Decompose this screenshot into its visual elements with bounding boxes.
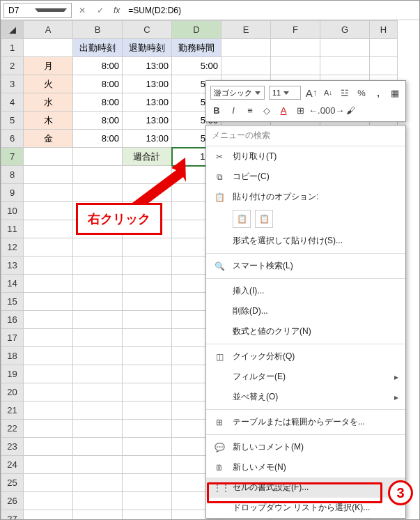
cell[interactable]: 月 <box>24 57 73 75</box>
row-header[interactable]: 11 <box>1 220 24 238</box>
row-header[interactable]: 23 <box>1 438 24 456</box>
format-painter-icon[interactable]: 🖌 <box>344 104 357 116</box>
paste-option-button[interactable]: 📋 <box>233 210 251 228</box>
row-header[interactable]: 15 <box>1 293 24 311</box>
col-header[interactable]: G <box>320 21 370 39</box>
menu-cut[interactable]: ✂切り取り(T) <box>206 146 405 167</box>
font-color-icon[interactable]: A <box>277 104 290 116</box>
row-header[interactable]: 13 <box>1 257 24 275</box>
formula-text: =SUM(D2:D6) <box>128 6 181 15</box>
menu-copy[interactable]: ⧉コピー(C) <box>206 167 405 187</box>
menu-delete[interactable]: 削除(D)... <box>206 301 405 321</box>
select-all[interactable]: ◢ <box>1 21 24 39</box>
cell[interactable]: 5:00 <box>172 57 221 75</box>
cell[interactable]: 13:00 <box>123 130 172 148</box>
cell[interactable]: 火 <box>24 75 73 93</box>
cell[interactable]: 勤務時間 <box>172 39 221 57</box>
menu-new-comment[interactable]: 💬新しいコメント(M) <box>206 437 405 457</box>
row-header[interactable]: 25 <box>1 474 24 492</box>
col-header[interactable]: B <box>73 21 123 39</box>
row-header[interactable]: 3 <box>1 75 24 93</box>
cell[interactable]: 金 <box>24 130 73 148</box>
row-header[interactable]: 22 <box>1 420 24 438</box>
comma-icon[interactable]: , <box>372 86 384 99</box>
align-icon[interactable]: ≡ <box>244 104 256 116</box>
row-header[interactable]: 1 <box>1 39 24 57</box>
percent-icon[interactable]: % <box>355 86 368 99</box>
borders-icon[interactable]: ⊞ <box>294 104 306 116</box>
chevron-down-icon[interactable] <box>35 8 67 12</box>
row-header[interactable]: 24 <box>1 456 24 474</box>
col-header[interactable]: E <box>221 21 271 39</box>
row-header[interactable]: 9 <box>1 184 24 202</box>
increase-font-icon[interactable]: A↑ <box>305 86 318 99</box>
cell[interactable]: 13:00 <box>123 93 172 112</box>
menu-paste-special[interactable]: 形式を選択して貼り付け(S)... <box>206 231 405 251</box>
row-header[interactable]: 17 <box>1 329 24 347</box>
menu-label: 切り取り(T) <box>233 151 277 162</box>
col-header[interactable]: D <box>172 21 221 39</box>
decrease-font-icon[interactable]: A↓ <box>322 86 334 99</box>
row-header[interactable]: 27 <box>1 510 24 521</box>
menu-sort[interactable]: 並べ替え(O)▸ <box>206 387 405 407</box>
cell[interactable]: 8:00 <box>73 75 123 93</box>
cell[interactable]: 13:00 <box>123 75 172 93</box>
row-header[interactable]: 10 <box>1 202 24 220</box>
menu-clear[interactable]: 数式と値のクリア(N) <box>206 321 405 342</box>
cell[interactable]: 8:00 <box>73 57 123 75</box>
cell[interactable]: 出勤時刻 <box>73 39 123 57</box>
row-header[interactable]: 12 <box>1 238 24 257</box>
menu-get-data-table[interactable]: ⊞テーブルまたは範囲からデータを... <box>206 412 405 432</box>
menu-new-note[interactable]: 🗎新しいメモ(N) <box>206 457 405 477</box>
row-header[interactable]: 8 <box>1 166 24 184</box>
font-size-select[interactable]: 11 <box>269 86 301 100</box>
row-header[interactable]: 26 <box>1 492 24 510</box>
row-header[interactable]: 7 <box>1 148 24 166</box>
col-header[interactable]: F <box>271 21 320 39</box>
row-header[interactable]: 21 <box>1 402 24 420</box>
fill-color-icon[interactable]: ◇ <box>260 104 273 116</box>
menu-dropdown-list[interactable]: ドロップダウン リストから選択(K)... <box>206 498 405 518</box>
cell[interactable]: 退勤時刻 <box>123 39 172 57</box>
cell[interactable]: 13:00 <box>123 57 172 75</box>
menu-insert[interactable]: 挿入(I)... <box>206 281 405 301</box>
fx-icon[interactable]: fx <box>114 6 120 15</box>
row-header[interactable]: 2 <box>1 57 24 75</box>
menu-filter[interactable]: フィルター(E)▸ <box>206 367 405 387</box>
name-box[interactable]: D7 <box>3 3 72 18</box>
cond-format-icon[interactable]: ▦ <box>389 86 401 99</box>
row-header[interactable]: 20 <box>1 383 24 402</box>
formula-bar[interactable]: =SUM(D2:D6) <box>125 3 417 18</box>
accounting-format-icon[interactable]: ☳ <box>339 86 351 99</box>
row-header[interactable]: 6 <box>1 130 24 148</box>
menu-smart-lookup[interactable]: 🔍スマート検索(L) <box>206 256 405 276</box>
italic-icon[interactable]: I <box>227 104 240 116</box>
cell[interactable]: 8:00 <box>73 93 123 112</box>
cell[interactable]: 木 <box>24 112 73 130</box>
row-header[interactable]: 19 <box>1 365 24 383</box>
analysis-icon: ◫ <box>213 352 226 362</box>
menu-label: セルの書式設定(F)... <box>233 482 309 494</box>
row-header[interactable]: 14 <box>1 275 24 293</box>
cancel-formula-icon[interactable]: ✕ <box>75 3 90 18</box>
cell[interactable]: 8:00 <box>73 130 123 148</box>
menu-format-cells[interactable]: ⋮⋮セルの書式設定(F)... <box>206 477 405 498</box>
decrease-decimal-icon[interactable]: .00→ <box>327 104 340 116</box>
col-header[interactable]: C <box>123 21 172 39</box>
col-header[interactable]: A <box>24 21 73 39</box>
row-header[interactable]: 5 <box>1 112 24 130</box>
cell[interactable]: 水 <box>24 93 73 112</box>
confirm-formula-icon[interactable]: ✓ <box>93 3 108 18</box>
cell[interactable]: 13:00 <box>123 112 172 130</box>
increase-decimal-icon[interactable]: ←.0 <box>311 104 323 116</box>
row-header[interactable]: 16 <box>1 311 24 329</box>
menu-search[interactable]: メニューの検索 <box>206 125 405 146</box>
menu-quick-analysis[interactable]: ◫クイック分析(Q) <box>206 346 405 367</box>
bold-icon[interactable]: B <box>210 104 223 116</box>
row-header[interactable]: 18 <box>1 347 24 365</box>
cell[interactable]: 8:00 <box>73 112 123 130</box>
paste-option-button[interactable]: 📋 <box>255 210 273 228</box>
font-select[interactable]: 游ゴシック <box>210 86 265 100</box>
col-header[interactable]: H <box>370 21 398 39</box>
row-header[interactable]: 4 <box>1 93 24 112</box>
